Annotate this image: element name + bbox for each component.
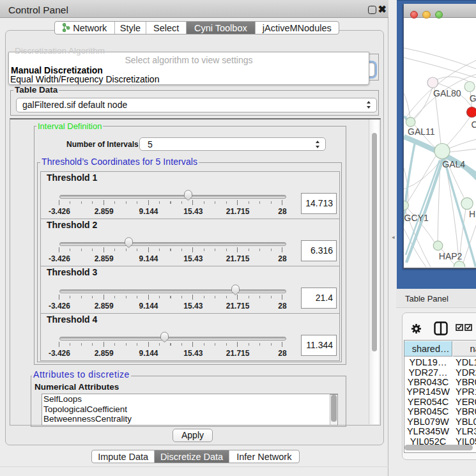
svg-text:CYC1: CYC1 — [471, 119, 476, 130]
svg-text:GAL11: GAL11 — [408, 127, 435, 137]
svg-text:HIS4: HIS4 — [469, 209, 476, 219]
svg-text:HAP2: HAP2 — [439, 251, 463, 261]
svg-text:GAL80: GAL80 — [433, 88, 461, 98]
svg-text:GAL80: GAL80 — [470, 93, 476, 104]
svg-text:GAL4: GAL4 — [442, 159, 465, 169]
svg-text:GCY1: GCY1 — [404, 213, 429, 223]
